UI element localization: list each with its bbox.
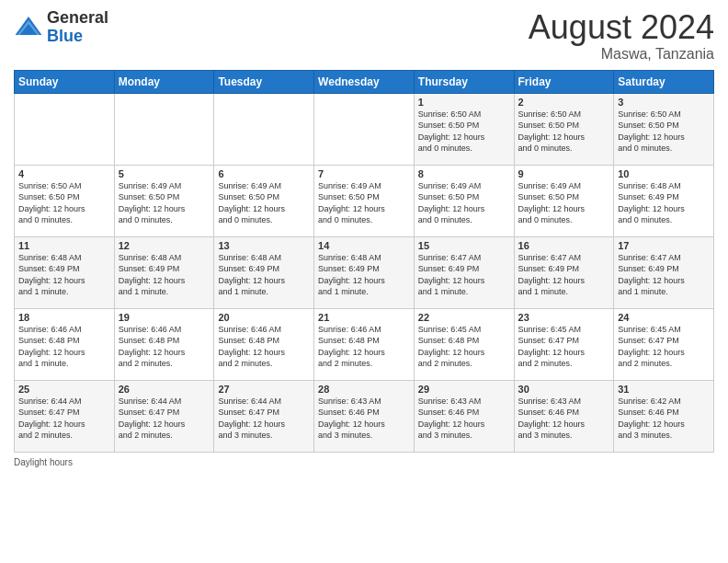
day-number: 11 <box>18 240 110 251</box>
calendar-cell: 15Sunrise: 6:47 AM Sunset: 6:49 PM Dayli… <box>414 236 514 308</box>
weekday-header: Thursday <box>414 70 514 93</box>
day-number: 9 <box>518 168 610 179</box>
day-number: 24 <box>618 312 710 323</box>
weekday-header: Wednesday <box>314 70 415 93</box>
day-number: 12 <box>119 240 210 251</box>
day-number: 28 <box>318 384 410 395</box>
day-number: 5 <box>119 168 210 179</box>
calendar-cell: 5Sunrise: 6:49 AM Sunset: 6:50 PM Daylig… <box>114 165 214 236</box>
day-number: 22 <box>418 312 510 323</box>
weekday-header: Sunday <box>15 70 115 93</box>
header: General Blue August 2024 Maswa, Tanzania <box>14 9 714 63</box>
day-info: Sunrise: 6:48 AM Sunset: 6:49 PM Dayligh… <box>218 252 310 298</box>
page: General Blue August 2024 Maswa, Tanzania… <box>0 0 728 563</box>
day-info: Sunrise: 6:43 AM Sunset: 6:46 PM Dayligh… <box>318 396 410 442</box>
calendar-cell: 8Sunrise: 6:49 AM Sunset: 6:50 PM Daylig… <box>414 165 514 236</box>
weekday-header: Tuesday <box>214 70 314 93</box>
day-info: Sunrise: 6:47 AM Sunset: 6:49 PM Dayligh… <box>518 252 610 298</box>
day-info: Sunrise: 6:48 AM Sunset: 6:49 PM Dayligh… <box>119 252 210 298</box>
logo-general-text: General <box>47 8 108 27</box>
header-row: SundayMondayTuesdayWednesdayThursdayFrid… <box>15 70 714 93</box>
day-info: Sunrise: 6:44 AM Sunset: 6:47 PM Dayligh… <box>18 396 110 442</box>
day-info: Sunrise: 6:48 AM Sunset: 6:49 PM Dayligh… <box>318 252 410 298</box>
day-number: 14 <box>318 240 410 251</box>
calendar-cell: 27Sunrise: 6:44 AM Sunset: 6:47 PM Dayli… <box>214 380 314 452</box>
calendar-cell: 3Sunrise: 6:50 AM Sunset: 6:50 PM Daylig… <box>614 93 714 165</box>
calendar-cell: 23Sunrise: 6:45 AM Sunset: 6:47 PM Dayli… <box>514 308 614 380</box>
calendar-week-row: 25Sunrise: 6:44 AM Sunset: 6:47 PM Dayli… <box>15 380 714 452</box>
day-number: 23 <box>518 312 610 323</box>
day-info: Sunrise: 6:47 AM Sunset: 6:49 PM Dayligh… <box>418 252 510 298</box>
calendar-cell: 11Sunrise: 6:48 AM Sunset: 6:49 PM Dayli… <box>15 236 115 308</box>
day-info: Sunrise: 6:44 AM Sunset: 6:47 PM Dayligh… <box>119 396 210 442</box>
calendar-cell: 16Sunrise: 6:47 AM Sunset: 6:49 PM Dayli… <box>514 236 614 308</box>
calendar-cell: 12Sunrise: 6:48 AM Sunset: 6:49 PM Dayli… <box>114 236 214 308</box>
calendar-cell: 9Sunrise: 6:49 AM Sunset: 6:50 PM Daylig… <box>514 165 614 236</box>
day-info: Sunrise: 6:43 AM Sunset: 6:46 PM Dayligh… <box>518 396 610 442</box>
day-number: 17 <box>618 240 710 251</box>
logo-text: General Blue <box>47 9 108 46</box>
calendar-cell <box>114 93 214 165</box>
day-number: 3 <box>618 97 710 108</box>
day-number: 16 <box>518 240 610 251</box>
weekday-header: Saturday <box>614 70 714 93</box>
day-info: Sunrise: 6:46 AM Sunset: 6:48 PM Dayligh… <box>218 324 310 370</box>
day-number: 6 <box>218 168 310 179</box>
calendar-cell <box>214 93 314 165</box>
day-info: Sunrise: 6:49 AM Sunset: 6:50 PM Dayligh… <box>318 180 410 226</box>
calendar-cell: 18Sunrise: 6:46 AM Sunset: 6:48 PM Dayli… <box>15 308 115 380</box>
footer: Daylight hours <box>14 457 714 467</box>
day-info: Sunrise: 6:48 AM Sunset: 6:49 PM Dayligh… <box>18 252 110 298</box>
calendar-cell: 20Sunrise: 6:46 AM Sunset: 6:48 PM Dayli… <box>214 308 314 380</box>
day-number: 10 <box>618 168 710 179</box>
calendar-cell: 19Sunrise: 6:46 AM Sunset: 6:48 PM Dayli… <box>114 308 214 380</box>
day-number: 1 <box>418 97 510 108</box>
day-info: Sunrise: 6:50 AM Sunset: 6:50 PM Dayligh… <box>518 109 610 155</box>
day-number: 19 <box>119 312 210 323</box>
calendar-cell <box>314 93 415 165</box>
day-info: Sunrise: 6:47 AM Sunset: 6:49 PM Dayligh… <box>618 252 710 298</box>
logo-blue-text: Blue <box>47 27 83 45</box>
day-info: Sunrise: 6:49 AM Sunset: 6:50 PM Dayligh… <box>518 180 610 226</box>
calendar-week-row: 18Sunrise: 6:46 AM Sunset: 6:48 PM Dayli… <box>15 308 714 380</box>
day-number: 29 <box>418 384 510 395</box>
day-number: 13 <box>218 240 310 251</box>
calendar-cell: 26Sunrise: 6:44 AM Sunset: 6:47 PM Dayli… <box>114 380 214 452</box>
day-number: 31 <box>618 384 710 395</box>
calendar-table: SundayMondayTuesdayWednesdayThursdayFrid… <box>14 70 714 453</box>
calendar-cell: 4Sunrise: 6:50 AM Sunset: 6:50 PM Daylig… <box>15 165 115 236</box>
calendar-cell: 30Sunrise: 6:43 AM Sunset: 6:46 PM Dayli… <box>514 380 614 452</box>
day-number: 2 <box>518 97 610 108</box>
calendar-week-row: 1Sunrise: 6:50 AM Sunset: 6:50 PM Daylig… <box>15 93 714 165</box>
day-number: 27 <box>218 384 310 395</box>
calendar-cell: 14Sunrise: 6:48 AM Sunset: 6:49 PM Dayli… <box>314 236 415 308</box>
day-info: Sunrise: 6:50 AM Sunset: 6:50 PM Dayligh… <box>18 180 110 226</box>
calendar-cell: 2Sunrise: 6:50 AM Sunset: 6:50 PM Daylig… <box>514 93 614 165</box>
weekday-header: Friday <box>514 70 614 93</box>
calendar-cell: 13Sunrise: 6:48 AM Sunset: 6:49 PM Dayli… <box>214 236 314 308</box>
daylight-label: Daylight hours <box>14 457 73 467</box>
day-number: 4 <box>18 168 110 179</box>
day-info: Sunrise: 6:46 AM Sunset: 6:48 PM Dayligh… <box>119 324 210 370</box>
day-number: 26 <box>119 384 210 395</box>
calendar-cell: 22Sunrise: 6:45 AM Sunset: 6:48 PM Dayli… <box>414 308 514 380</box>
day-number: 15 <box>418 240 510 251</box>
day-number: 18 <box>18 312 110 323</box>
day-info: Sunrise: 6:46 AM Sunset: 6:48 PM Dayligh… <box>318 324 410 370</box>
calendar-week-row: 4Sunrise: 6:50 AM Sunset: 6:50 PM Daylig… <box>15 165 714 236</box>
day-info: Sunrise: 6:49 AM Sunset: 6:50 PM Dayligh… <box>119 180 210 226</box>
calendar-cell: 7Sunrise: 6:49 AM Sunset: 6:50 PM Daylig… <box>314 165 415 236</box>
day-number: 20 <box>218 312 310 323</box>
calendar-cell: 21Sunrise: 6:46 AM Sunset: 6:48 PM Dayli… <box>314 308 415 380</box>
logo: General Blue <box>14 9 108 46</box>
calendar-cell: 24Sunrise: 6:45 AM Sunset: 6:47 PM Dayli… <box>614 308 714 380</box>
day-info: Sunrise: 6:50 AM Sunset: 6:50 PM Dayligh… <box>418 109 510 155</box>
calendar-cell: 29Sunrise: 6:43 AM Sunset: 6:46 PM Dayli… <box>414 380 514 452</box>
day-info: Sunrise: 6:45 AM Sunset: 6:47 PM Dayligh… <box>518 324 610 370</box>
day-info: Sunrise: 6:42 AM Sunset: 6:46 PM Dayligh… <box>618 396 710 442</box>
day-number: 30 <box>518 384 610 395</box>
location-subtitle: Maswa, Tanzania <box>529 46 714 63</box>
day-info: Sunrise: 6:50 AM Sunset: 6:50 PM Dayligh… <box>618 109 710 155</box>
day-info: Sunrise: 6:49 AM Sunset: 6:50 PM Dayligh… <box>218 180 310 226</box>
calendar-cell: 10Sunrise: 6:48 AM Sunset: 6:49 PM Dayli… <box>614 165 714 236</box>
